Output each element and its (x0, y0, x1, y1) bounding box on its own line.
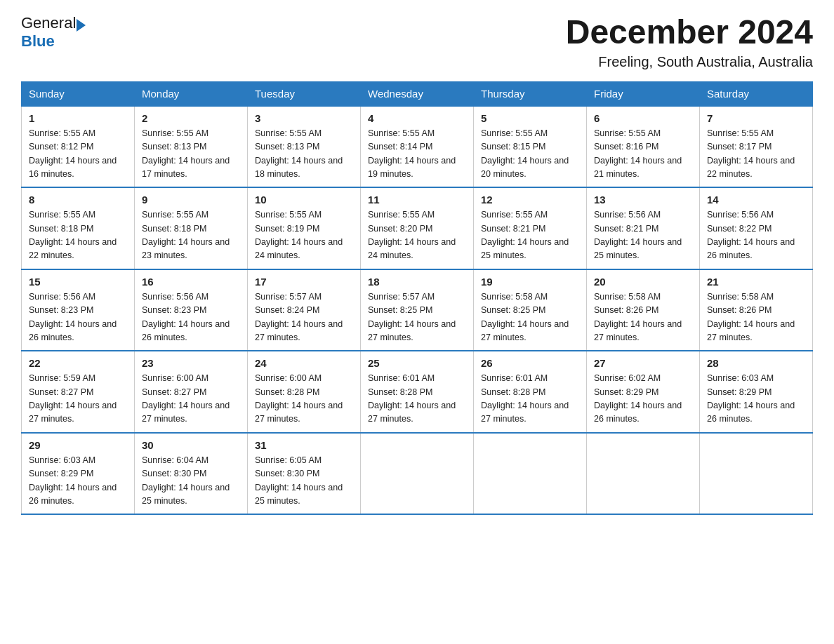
day-number: 2 (142, 112, 240, 124)
col-monday: Monday (135, 81, 248, 106)
day-number: 13 (594, 194, 692, 206)
day-number: 6 (594, 112, 692, 124)
day-info: Sunrise: 5:57 AMSunset: 8:24 PMDaylight:… (255, 290, 353, 345)
day-number: 31 (255, 439, 353, 451)
table-row: 17Sunrise: 5:57 AMSunset: 8:24 PMDayligh… (248, 269, 361, 351)
day-number: 10 (255, 194, 353, 206)
col-sunday: Sunday (22, 81, 135, 106)
day-info: Sunrise: 6:01 AMSunset: 8:28 PMDaylight:… (481, 372, 579, 427)
table-row: 10Sunrise: 5:55 AMSunset: 8:19 PMDayligh… (248, 187, 361, 269)
table-row: 14Sunrise: 5:56 AMSunset: 8:22 PMDayligh… (700, 187, 813, 269)
day-info: Sunrise: 5:58 AMSunset: 8:26 PMDaylight:… (594, 290, 692, 345)
day-info: Sunrise: 5:57 AMSunset: 8:25 PMDaylight:… (368, 290, 466, 345)
logo-blue-text: Blue (21, 32, 55, 50)
table-row: 16Sunrise: 5:56 AMSunset: 8:23 PMDayligh… (135, 269, 248, 351)
day-info: Sunrise: 6:03 AMSunset: 8:29 PMDaylight:… (29, 454, 127, 509)
col-saturday: Saturday (700, 81, 813, 106)
day-info: Sunrise: 5:56 AMSunset: 8:23 PMDaylight:… (29, 290, 127, 345)
table-row: 18Sunrise: 5:57 AMSunset: 8:25 PMDayligh… (361, 269, 474, 351)
table-row: 3Sunrise: 5:55 AMSunset: 8:13 PMDaylight… (248, 106, 361, 188)
logo: General Blue (21, 14, 86, 51)
day-info: Sunrise: 5:55 AMSunset: 8:18 PMDaylight:… (29, 208, 127, 263)
day-info: Sunrise: 5:56 AMSunset: 8:23 PMDaylight:… (142, 290, 240, 345)
day-number: 11 (368, 194, 466, 206)
logo-arrow-icon (77, 19, 86, 32)
table-row: 27Sunrise: 6:02 AMSunset: 8:29 PMDayligh… (587, 351, 700, 433)
table-row: 1Sunrise: 5:55 AMSunset: 8:12 PMDaylight… (22, 106, 135, 188)
day-number: 22 (29, 357, 127, 369)
day-info: Sunrise: 5:55 AMSunset: 8:17 PMDaylight:… (707, 127, 805, 182)
day-number: 28 (707, 357, 805, 369)
day-number: 3 (255, 112, 353, 124)
day-info: Sunrise: 6:00 AMSunset: 8:27 PMDaylight:… (142, 372, 240, 427)
table-row: 2Sunrise: 5:55 AMSunset: 8:13 PMDaylight… (135, 106, 248, 188)
calendar-location: Freeling, South Australia, Australia (566, 54, 813, 70)
calendar-table: Sunday Monday Tuesday Wednesday Thursday… (21, 81, 813, 516)
table-row: 31Sunrise: 6:05 AMSunset: 8:30 PMDayligh… (248, 433, 361, 515)
table-row: 23Sunrise: 6:00 AMSunset: 8:27 PMDayligh… (135, 351, 248, 433)
day-number: 12 (481, 194, 579, 206)
calendar-week-row: 8Sunrise: 5:55 AMSunset: 8:18 PMDaylight… (22, 187, 813, 269)
day-number: 27 (594, 357, 692, 369)
day-number: 5 (481, 112, 579, 124)
table-row: 19Sunrise: 5:58 AMSunset: 8:25 PMDayligh… (474, 269, 587, 351)
table-row: 4Sunrise: 5:55 AMSunset: 8:14 PMDaylight… (361, 106, 474, 188)
day-number: 8 (29, 194, 127, 206)
calendar-week-row: 29Sunrise: 6:03 AMSunset: 8:29 PMDayligh… (22, 433, 813, 515)
day-info: Sunrise: 5:55 AMSunset: 8:12 PMDaylight:… (29, 127, 127, 182)
day-number: 15 (29, 276, 127, 288)
table-row: 13Sunrise: 5:56 AMSunset: 8:21 PMDayligh… (587, 187, 700, 269)
col-wednesday: Wednesday (361, 81, 474, 106)
col-thursday: Thursday (474, 81, 587, 106)
day-number: 14 (707, 194, 805, 206)
day-info: Sunrise: 5:56 AMSunset: 8:22 PMDaylight:… (707, 208, 805, 263)
table-row: 22Sunrise: 5:59 AMSunset: 8:27 PMDayligh… (22, 351, 135, 433)
logo-general-text: General (21, 14, 76, 32)
day-info: Sunrise: 6:04 AMSunset: 8:30 PMDaylight:… (142, 454, 240, 509)
table-row: 6Sunrise: 5:55 AMSunset: 8:16 PMDaylight… (587, 106, 700, 188)
table-row: 30Sunrise: 6:04 AMSunset: 8:30 PMDayligh… (135, 433, 248, 515)
table-row (361, 433, 474, 515)
day-number: 16 (142, 276, 240, 288)
day-info: Sunrise: 5:56 AMSunset: 8:21 PMDaylight:… (594, 208, 692, 263)
day-info: Sunrise: 5:59 AMSunset: 8:27 PMDaylight:… (29, 372, 127, 427)
table-row: 24Sunrise: 6:00 AMSunset: 8:28 PMDayligh… (248, 351, 361, 433)
day-info: Sunrise: 6:03 AMSunset: 8:29 PMDaylight:… (707, 372, 805, 427)
day-number: 9 (142, 194, 240, 206)
day-info: Sunrise: 6:05 AMSunset: 8:30 PMDaylight:… (255, 454, 353, 509)
day-info: Sunrise: 5:55 AMSunset: 8:16 PMDaylight:… (594, 127, 692, 182)
table-row: 15Sunrise: 5:56 AMSunset: 8:23 PMDayligh… (22, 269, 135, 351)
day-number: 25 (368, 357, 466, 369)
day-info: Sunrise: 6:01 AMSunset: 8:28 PMDaylight:… (368, 372, 466, 427)
table-row (587, 433, 700, 515)
day-info: Sunrise: 5:55 AMSunset: 8:13 PMDaylight:… (142, 127, 240, 182)
table-row (700, 433, 813, 515)
day-info: Sunrise: 5:58 AMSunset: 8:25 PMDaylight:… (481, 290, 579, 345)
table-row: 8Sunrise: 5:55 AMSunset: 8:18 PMDaylight… (22, 187, 135, 269)
table-row: 21Sunrise: 5:58 AMSunset: 8:26 PMDayligh… (700, 269, 813, 351)
day-number: 29 (29, 439, 127, 451)
table-row: 26Sunrise: 6:01 AMSunset: 8:28 PMDayligh… (474, 351, 587, 433)
table-row: 11Sunrise: 5:55 AMSunset: 8:20 PMDayligh… (361, 187, 474, 269)
day-number: 4 (368, 112, 466, 124)
calendar-header-row: Sunday Monday Tuesday Wednesday Thursday… (22, 81, 813, 106)
day-info: Sunrise: 5:55 AMSunset: 8:14 PMDaylight:… (368, 127, 466, 182)
calendar-title-block: December 2024 Freeling, South Australia,… (566, 14, 813, 70)
day-number: 30 (142, 439, 240, 451)
day-number: 26 (481, 357, 579, 369)
col-friday: Friday (587, 81, 700, 106)
day-number: 1 (29, 112, 127, 124)
day-info: Sunrise: 5:55 AMSunset: 8:21 PMDaylight:… (481, 208, 579, 263)
day-info: Sunrise: 5:55 AMSunset: 8:20 PMDaylight:… (368, 208, 466, 263)
table-row: 12Sunrise: 5:55 AMSunset: 8:21 PMDayligh… (474, 187, 587, 269)
table-row: 7Sunrise: 5:55 AMSunset: 8:17 PMDaylight… (700, 106, 813, 188)
day-number: 23 (142, 357, 240, 369)
day-number: 21 (707, 276, 805, 288)
table-row: 5Sunrise: 5:55 AMSunset: 8:15 PMDaylight… (474, 106, 587, 188)
day-info: Sunrise: 5:58 AMSunset: 8:26 PMDaylight:… (707, 290, 805, 345)
table-row: 28Sunrise: 6:03 AMSunset: 8:29 PMDayligh… (700, 351, 813, 433)
day-info: Sunrise: 5:55 AMSunset: 8:18 PMDaylight:… (142, 208, 240, 263)
day-number: 19 (481, 276, 579, 288)
day-info: Sunrise: 6:02 AMSunset: 8:29 PMDaylight:… (594, 372, 692, 427)
calendar-week-row: 22Sunrise: 5:59 AMSunset: 8:27 PMDayligh… (22, 351, 813, 433)
